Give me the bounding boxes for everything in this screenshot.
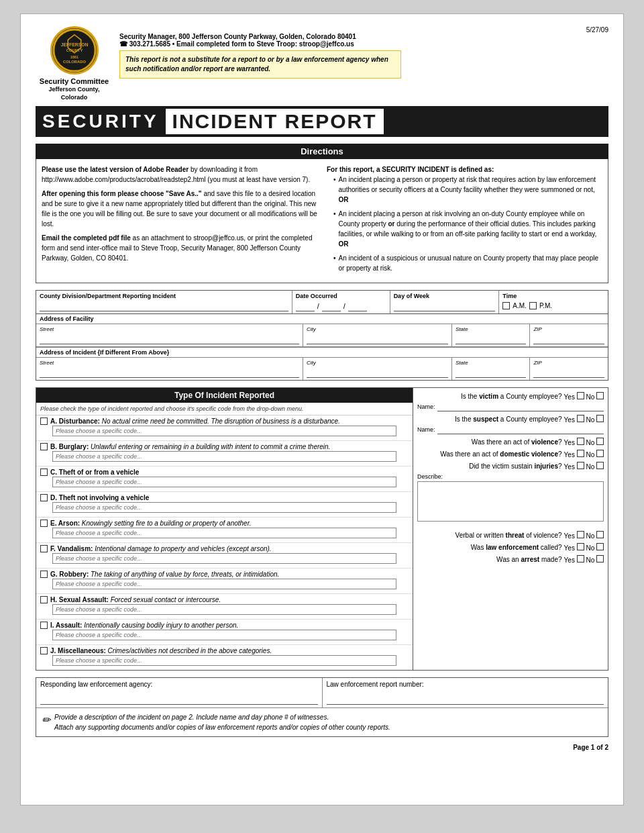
am-checkbox[interactable] [502,302,510,309]
incident-zip-label: ZIP [533,360,604,366]
responding-agency-input[interactable] [40,690,318,705]
incident-item-f: F. Vandalism: Intentional damage to prop… [36,543,413,569]
domestic-yes-checkbox[interactable] [577,450,584,457]
facility-zip-label: ZIP [533,326,604,332]
county-division-input[interactable] [40,301,288,311]
incident-dropdown-f[interactable]: Please choose a specific code... [52,553,396,564]
facility-zip-cell: ZIP [530,324,608,346]
report-number-input[interactable] [327,690,604,705]
directions-header: Directions [36,144,608,159]
incident-dropdown-d[interactable]: Please choose a specific code... [52,502,396,513]
incident-dropdown-j[interactable]: Please choose a specific code... [52,655,396,666]
date-month[interactable] [296,301,315,311]
incident-city-input[interactable] [307,367,448,378]
date-slash-1: / [316,302,321,310]
bullet-icon-2: • [333,209,336,249]
injuries-no-checkbox[interactable] [596,462,604,469]
law-enforcement-no-checkbox[interactable] [596,543,604,550]
incident-state-label: State [455,360,527,366]
incident-zip-cell: ZIP [530,358,608,380]
describe-input[interactable] [417,481,604,522]
incident-street-cell: Street [36,358,303,380]
facility-address-row: Street City State ZIP [36,324,608,347]
incident-checkbox-a[interactable] [40,418,48,425]
incident-type-note: Please check the type of incident report… [36,403,413,415]
definition-3: • An incident of a suspicious or unusual… [333,253,602,273]
suspect-name-row: Name: [417,425,604,434]
incident-checkbox-e[interactable] [40,520,48,527]
incident-city-cell: City [303,358,452,380]
law-enforcement-yes-checkbox[interactable] [577,543,584,550]
county-division-cell: County Division/Department Reporting Inc… [36,291,292,313]
facility-city-input[interactable] [307,334,448,344]
am-pm-row: A.M. P.M. [502,301,604,311]
incident-type-right: Is the victim a County employee? Yes No … [413,388,608,670]
suspect-no-checkbox[interactable] [596,415,604,422]
dir-p3-bold: Email the completed pdf file [42,234,131,242]
injuries-yes-checkbox[interactable] [577,462,584,469]
arrest-no-checkbox[interactable] [596,555,604,562]
facility-state-input[interactable] [455,334,527,344]
division-row: County Division/Department Reporting Inc… [36,291,608,313]
address-facility-label: Address of Facility [36,314,608,324]
incident-checkbox-d[interactable] [40,494,48,501]
day-of-week-input[interactable] [394,301,496,311]
incident-dropdown-h[interactable]: Please choose a specific code... [52,604,396,615]
dir-right-title: For this report, a SECURITY INCIDENT is … [327,166,494,173]
incident-item-j: J. Miscellaneous: Crimes/activities not … [36,645,413,670]
incident-dropdown-g[interactable]: Please choose a specific code... [52,579,396,589]
date-day[interactable] [322,301,341,311]
incident-checkbox-j[interactable] [40,647,48,654]
definition-2: • An incident placing a person at risk i… [333,209,602,249]
incident-dropdown-b[interactable]: Please choose a specific code... [52,451,396,462]
county-division-label: County Division/Department Reporting Inc… [40,293,288,299]
incident-state-input[interactable] [455,367,527,378]
domestic-violence-question-row: Was there an act of domestic violence? Y… [417,450,604,458]
bottom-note-line2: Attach any supporting documents and/or c… [54,722,390,732]
incident-zip-input[interactable] [533,367,604,378]
victim-no-checkbox[interactable] [596,392,604,399]
page-header: JEFFERSON COUNTY COLORADO 1861 Security … [36,26,608,102]
incident-type-left: Type Of Incident Reported Please check t… [36,388,413,670]
warning-box: This report is not a substitute for a re… [119,50,401,79]
header-contact: Security Manager, 800 Jefferson County P… [113,26,608,79]
victim-question-text: Is the victim a County employee? [461,393,562,400]
incident-street-input[interactable] [40,367,299,378]
incident-dropdown-c[interactable]: Please choose a specific code... [52,477,396,487]
incident-street-label: Street [40,360,299,366]
domestic-no-checkbox[interactable] [596,450,604,457]
suspect-name-input[interactable] [437,425,604,434]
suspect-yes-checkbox[interactable] [577,415,584,422]
dir-p1-bold: Please use the latest version of Adobe R… [42,166,189,173]
incident-dropdown-i[interactable]: Please choose a specific code... [52,630,396,640]
incident-checkbox-b[interactable] [40,443,48,450]
facility-state-cell: State [452,324,531,346]
victim-name-input[interactable] [437,402,604,411]
date-year[interactable] [348,301,367,311]
violence-yes-checkbox[interactable] [577,438,584,445]
facility-street-input[interactable] [40,334,299,344]
describe-section: Describe: [417,473,604,522]
definition-1-text: An incident placing a person or property… [339,175,602,205]
pencil-icon: ✏ [42,712,50,728]
threat-no-checkbox[interactable] [596,531,604,538]
svg-text:JEFFERSON: JEFFERSON [60,42,88,47]
threat-yes-checkbox[interactable] [577,531,584,538]
directions-left: Please use the latest version of Adobe R… [42,164,317,277]
pm-checkbox[interactable] [529,302,537,309]
facility-zip-input[interactable] [533,334,604,344]
incident-dropdown-e[interactable]: Please choose a specific code... [52,528,396,538]
definition-3-text: An incident of a suspicious or unusual n… [339,253,602,273]
bottom-note-line1: Provide a description of the incident on… [54,712,390,722]
date-field[interactable]: / / [296,301,386,311]
incident-checkbox-c[interactable] [40,469,48,476]
victim-yes-checkbox[interactable] [577,392,584,399]
incident-checkbox-g[interactable] [40,571,48,578]
incident-checkbox-i[interactable] [40,622,48,629]
incident-checkbox-f[interactable] [40,545,48,552]
incident-dropdown-a[interactable]: Please choose a specific code... [52,426,396,436]
arrest-yes-checkbox[interactable] [577,555,584,562]
incident-checkbox-h[interactable] [40,596,48,603]
report-number-cell: Law enforcement report number: [323,678,608,707]
violence-no-checkbox[interactable] [596,438,604,445]
